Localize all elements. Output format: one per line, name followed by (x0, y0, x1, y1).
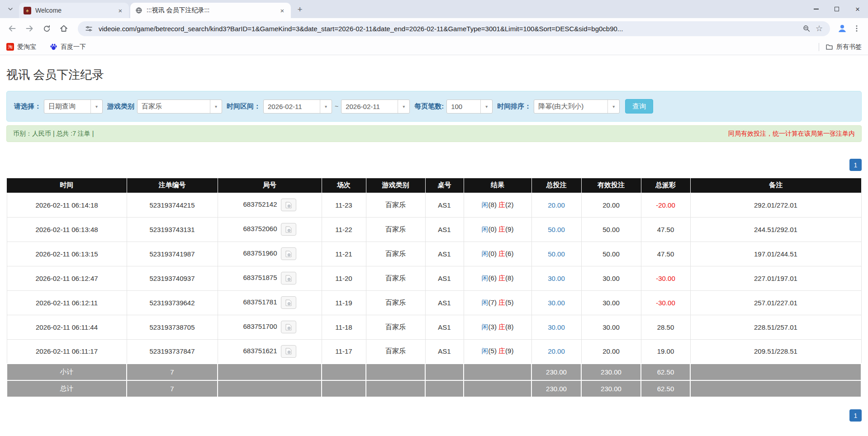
address-bar[interactable]: videoie.com/game/betrecord_search/kind3?… (78, 21, 830, 36)
total-total-bet: 230.00 (531, 380, 581, 397)
bookmark-aitaobao[interactable]: 淘 爱淘宝 (6, 43, 36, 51)
round-id-value: 683751960 (243, 249, 277, 257)
result-banker-score: (9) (505, 225, 513, 233)
total-bet-cell[interactable]: 50.00 (531, 217, 581, 242)
url-text[interactable]: videoie.com/game/betrecord_search/kind3?… (99, 25, 800, 33)
col-valid-bet: 有效投注 (581, 178, 641, 193)
game-kind-cell: 百家乐 (366, 339, 425, 364)
tab-title: Welcome (35, 7, 116, 14)
game-kind-select[interactable]: 百家乐 ▾ (137, 100, 222, 114)
result-banker-score: (8) (505, 323, 513, 331)
table-row: 2026-02-11 06:13:48 523193743131 6837520… (7, 217, 861, 242)
bookmark-baidu[interactable]: 百度一下 (50, 43, 86, 51)
session-cell: 11-21 (322, 242, 366, 266)
home-button[interactable] (56, 21, 71, 36)
bookmark-label: 百度一下 (61, 43, 86, 51)
date-end-select[interactable]: 2026-02-11 ▾ (341, 100, 410, 114)
video-replay-button[interactable] (281, 199, 296, 211)
maximize-button[interactable] (826, 0, 847, 18)
total-bet-cell[interactable]: 20.00 (531, 339, 581, 364)
total-bet-cell[interactable]: 20.00 (531, 193, 581, 217)
table-row: 2026-02-11 06:11:44 523193738705 6837517… (7, 315, 861, 339)
video-replay-button[interactable] (281, 296, 296, 309)
result-player-label: 闲 (482, 347, 489, 355)
date-start-value: 2026-02-11 (264, 100, 320, 113)
close-button[interactable]: × (847, 0, 868, 18)
site-info-icon[interactable] (82, 22, 95, 35)
table-row: 2026-02-11 06:14:18 523193744215 6837521… (7, 193, 861, 217)
video-replay-button[interactable] (281, 223, 296, 236)
tab-close-icon[interactable]: × (116, 6, 124, 14)
total-bet-cell[interactable]: 50.00 (531, 242, 581, 266)
total-row: 总计 7 230.00 230.00 62.50 (7, 380, 861, 397)
sort-select[interactable]: 降幂(由大到小) ▾ (534, 100, 620, 114)
all-bookmarks[interactable]: 所有书签 (819, 43, 862, 51)
filter-label-select: 请选择： (14, 102, 41, 111)
page-1-button[interactable]: 1 (849, 159, 862, 171)
query-type-select[interactable]: 日期查询 ▾ (44, 100, 103, 114)
profile-avatar[interactable] (835, 21, 850, 36)
total-bet-cell[interactable]: 30.00 (531, 315, 581, 339)
round-id-value: 683752142 (243, 200, 277, 208)
filter-panel: 请选择： 日期查询 ▾ 游戏类别 百家乐 ▾ 时间区间： 2026-02-11 … (6, 91, 862, 122)
result-cell: 闲(7) 庄(5) (464, 290, 531, 315)
total-bet-cell[interactable]: 30.00 (531, 290, 581, 315)
video-replay-button[interactable] (281, 272, 296, 284)
note-cell: 292.01/272.01 (690, 193, 861, 217)
round-id-value: 683751875 (243, 274, 277, 281)
query-button[interactable]: 查询 (625, 99, 653, 114)
bookmark-star-icon[interactable]: ☆ (813, 22, 825, 35)
payout-cell: 47.50 (641, 217, 690, 242)
note-cell: 228.51/257.01 (690, 315, 861, 339)
range-tilde: ~ (335, 103, 338, 110)
result-player-score: (0) (489, 250, 497, 257)
back-button[interactable] (5, 21, 20, 36)
total-label: 总计 (7, 380, 127, 397)
video-replay-button[interactable] (281, 321, 296, 333)
chevron-down-icon: ▾ (607, 100, 619, 113)
bet-id-cell: 523193744215 (127, 193, 218, 217)
valid-bet-notice: 同局有效投注，统一计算在该局第一张注单内 (728, 130, 855, 138)
round-id-value: 683752060 (243, 225, 277, 232)
game-kind-cell: 百家乐 (366, 266, 425, 290)
browser-menu-button[interactable] (850, 21, 863, 36)
tab-title: :::视讯 会员下注纪录::: (147, 6, 278, 14)
time-cell: 2026-02-11 06:12:47 (7, 266, 127, 290)
time-cell: 2026-02-11 06:13:15 (7, 242, 127, 266)
time-cell: 2026-02-11 06:11:17 (7, 339, 127, 364)
valid-bet-cell: 30.00 (581, 266, 641, 290)
reload-button[interactable] (39, 21, 54, 36)
minimize-button[interactable] (806, 0, 826, 18)
tab-strip: ♠ Welcome × :::视讯 会员下注纪录::: × + × (0, 0, 868, 18)
back-icon (8, 24, 17, 33)
total-bet-cell[interactable]: 30.00 (531, 266, 581, 290)
table-row: 2026-02-11 06:12:11 523193739642 6837517… (7, 290, 861, 315)
round-id-cell: 683751875 (218, 266, 322, 290)
tab-welcome[interactable]: ♠ Welcome × (19, 3, 129, 18)
result-player-score: (6) (489, 274, 497, 282)
tab-betrecord[interactable]: :::视讯 会员下注纪录::: × (130, 3, 291, 18)
page-1-button[interactable]: 1 (849, 409, 862, 422)
round-id-cell: 683751781 (218, 290, 322, 315)
col-round-id: 局号 (218, 178, 322, 193)
subtotal-count: 7 (127, 364, 218, 380)
per-page-select[interactable]: 100 ▾ (446, 100, 493, 114)
col-bet-id: 注单编号 (127, 178, 218, 193)
note-cell: 209.51/228.51 (690, 339, 861, 364)
divider (819, 43, 819, 51)
result-banker-score: (2) (505, 201, 513, 209)
result-cell: 闲(8) 庄(2) (464, 193, 531, 217)
home-icon (59, 24, 68, 33)
forward-button[interactable] (22, 21, 37, 36)
session-cell: 11-18 (322, 315, 366, 339)
new-tab-button[interactable]: + (294, 3, 306, 16)
zoom-icon[interactable] (800, 22, 813, 35)
game-kind-cell: 百家乐 (366, 315, 425, 339)
tab-search-button[interactable] (4, 2, 17, 16)
tab-close-icon[interactable]: × (278, 6, 286, 14)
video-replay-button[interactable] (281, 247, 296, 260)
round-id-value: 683751700 (243, 322, 277, 330)
video-replay-button[interactable] (281, 345, 296, 358)
date-start-select[interactable]: 2026-02-11 ▾ (263, 100, 332, 114)
result-player-label: 闲 (482, 299, 489, 306)
